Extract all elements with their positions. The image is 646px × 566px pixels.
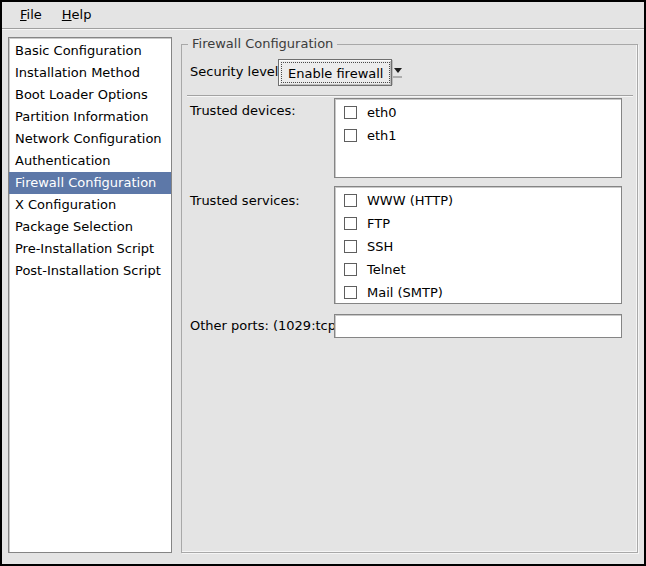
sidebar-item-installation-method[interactable]: Installation Method: [9, 62, 171, 84]
checkbox-eth0[interactable]: [344, 106, 357, 119]
sidebar-item-partition-information[interactable]: Partition Information: [9, 106, 171, 128]
sidebar-item-x-configuration[interactable]: X Configuration: [9, 194, 171, 216]
menu-help-label: elp: [72, 7, 92, 22]
device-label: eth0: [367, 105, 397, 120]
service-row-www-http[interactable]: WWW (HTTP): [335, 189, 621, 212]
horizontal-separator: [187, 95, 633, 97]
other-ports-input[interactable]: [334, 314, 622, 338]
checkbox-ssh[interactable]: [344, 240, 357, 253]
trusted-services-list: WWW (HTTP) FTP SSH Telnet Mail (SMTP): [334, 186, 622, 304]
sidebar-item-post-installation-script[interactable]: Post-Installation Script: [9, 260, 171, 282]
section-list: Basic Configuration Installation Method …: [8, 37, 172, 553]
combo-dropdown-button[interactable]: [392, 60, 402, 85]
menu-help-accesskey: H: [62, 7, 72, 22]
service-row-mail-smtp[interactable]: Mail (SMTP): [335, 281, 621, 304]
security-level-label: Security level:: [190, 62, 283, 82]
service-row-telnet[interactable]: Telnet: [335, 258, 621, 281]
device-label: eth1: [367, 128, 397, 143]
service-label: Mail (SMTP): [367, 285, 443, 300]
security-level-combo[interactable]: Enable firewall: [278, 59, 392, 86]
checkbox-www-http[interactable]: [344, 194, 357, 207]
service-label: FTP: [367, 216, 390, 231]
checkbox-telnet[interactable]: [344, 263, 357, 276]
service-label: SSH: [367, 239, 393, 254]
device-row-eth1[interactable]: eth1: [335, 124, 621, 147]
sidebar-item-network-configuration[interactable]: Network Configuration: [9, 128, 171, 150]
service-row-ftp[interactable]: FTP: [335, 212, 621, 235]
checkbox-mail-smtp[interactable]: [344, 286, 357, 299]
sidebar-item-package-selection[interactable]: Package Selection: [9, 216, 171, 238]
other-ports-label: Other ports: (1029:tcp): [190, 316, 341, 336]
menubar: File Help: [2, 2, 644, 29]
chevron-down-icon: [394, 68, 402, 73]
sidebar-item-pre-installation-script[interactable]: Pre-Installation Script: [9, 238, 171, 260]
service-row-ssh[interactable]: SSH: [335, 235, 621, 258]
sidebar-item-basic-configuration[interactable]: Basic Configuration: [9, 40, 171, 62]
service-label: Telnet: [367, 262, 406, 277]
menu-help[interactable]: Help: [52, 4, 102, 26]
sidebar-item-boot-loader-options[interactable]: Boot Loader Options: [9, 84, 171, 106]
firewall-configuration-frame: Firewall Configuration Security level: E…: [181, 44, 638, 553]
device-row-eth0[interactable]: eth0: [335, 101, 621, 124]
security-level-value: Enable firewall: [281, 62, 390, 83]
service-label: WWW (HTTP): [367, 193, 453, 208]
checkbox-eth1[interactable]: [344, 129, 357, 142]
sidebar-item-firewall-configuration[interactable]: Firewall Configuration: [9, 172, 171, 194]
kickstart-configurator-window: File Help Basic Configuration Installati…: [0, 0, 646, 566]
trusted-devices-label: Trusted devices:: [190, 101, 296, 121]
checkbox-ftp[interactable]: [344, 217, 357, 230]
combo-arrow-shadow: [393, 76, 402, 78]
sidebar-item-authentication[interactable]: Authentication: [9, 150, 171, 172]
menu-file-label: ile: [27, 7, 42, 22]
frame-title: Firewall Configuration: [188, 36, 337, 51]
menu-file[interactable]: File: [10, 4, 52, 26]
trusted-services-label: Trusted services:: [190, 191, 300, 211]
trusted-devices-list: eth0 eth1: [334, 98, 622, 178]
